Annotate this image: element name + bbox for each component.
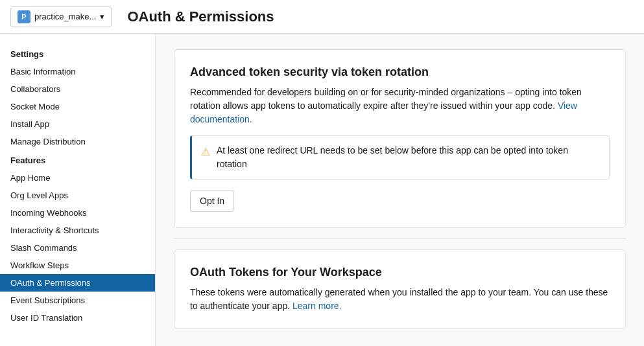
layout: Settings Basic Information Collaborators… bbox=[0, 34, 644, 346]
opt-in-button[interactable]: Opt In bbox=[190, 190, 234, 212]
sidebar-item-install-app[interactable]: Install App bbox=[0, 115, 155, 133]
app-icon: P bbox=[18, 10, 30, 23]
oauth-tokens-title: OAuth Tokens for Your Workspace bbox=[190, 266, 610, 279]
sidebar-item-slash-commands[interactable]: Slash Commands bbox=[0, 239, 155, 257]
main-content: Advanced token security via token rotati… bbox=[156, 34, 644, 346]
chevron-down-icon: ▾ bbox=[100, 12, 104, 21]
token-security-desc-text: Recommended for developers building on o… bbox=[190, 87, 582, 111]
token-security-description: Recommended for developers building on o… bbox=[190, 86, 610, 126]
oauth-tokens-card: OAuth Tokens for Your Workspace These to… bbox=[174, 249, 626, 329]
app-name-label: practice_make... bbox=[34, 12, 96, 21]
sidebar-item-workflow-steps[interactable]: Workflow Steps bbox=[0, 257, 155, 274]
oauth-tokens-desc-text: These tokens were automatically generate… bbox=[190, 287, 608, 311]
sidebar: Settings Basic Information Collaborators… bbox=[0, 34, 156, 346]
alert-text: At least one redirect URL needs to be se… bbox=[217, 144, 600, 171]
warning-icon: ⚠ bbox=[201, 144, 210, 160]
sidebar-section-settings: Settings bbox=[0, 44, 155, 63]
sidebar-item-event-subscriptions[interactable]: Event Subscriptions bbox=[0, 292, 155, 309]
sidebar-item-interactivity-shortcuts[interactable]: Interactivity & Shortcuts bbox=[0, 222, 155, 239]
sidebar-item-basic-information[interactable]: Basic Information bbox=[0, 63, 155, 80]
sidebar-item-user-id-translation[interactable]: User ID Translation bbox=[0, 309, 155, 327]
oauth-tokens-description: These tokens were automatically generate… bbox=[190, 286, 610, 313]
sidebar-section-features: Features bbox=[0, 150, 155, 169]
sidebar-item-socket-mode[interactable]: Socket Mode bbox=[0, 98, 155, 115]
learn-more-link[interactable]: Learn more. bbox=[292, 301, 341, 311]
sidebar-item-manage-distribution[interactable]: Manage Distribution bbox=[0, 133, 155, 150]
token-security-card: Advanced token security via token rotati… bbox=[174, 49, 626, 228]
sidebar-item-collaborators[interactable]: Collaborators bbox=[0, 80, 155, 98]
redirect-url-alert: ⚠ At least one redirect URL needs to be … bbox=[190, 135, 610, 179]
page-title: OAuth & Permissions bbox=[127, 8, 274, 25]
sidebar-item-app-home[interactable]: App Home bbox=[0, 169, 155, 187]
app-selector[interactable]: P practice_make... ▾ bbox=[10, 6, 112, 27]
token-security-title: Advanced token security via token rotati… bbox=[190, 65, 610, 79]
sidebar-item-org-level-apps[interactable]: Org Level Apps bbox=[0, 187, 155, 204]
top-header: P practice_make... ▾ OAuth & Permissions bbox=[0, 0, 644, 34]
sidebar-item-oauth-permissions[interactable]: OAuth & Permissions bbox=[0, 274, 155, 292]
sidebar-item-incoming-webhooks[interactable]: Incoming Webhooks bbox=[0, 204, 155, 222]
section-divider bbox=[174, 238, 626, 239]
